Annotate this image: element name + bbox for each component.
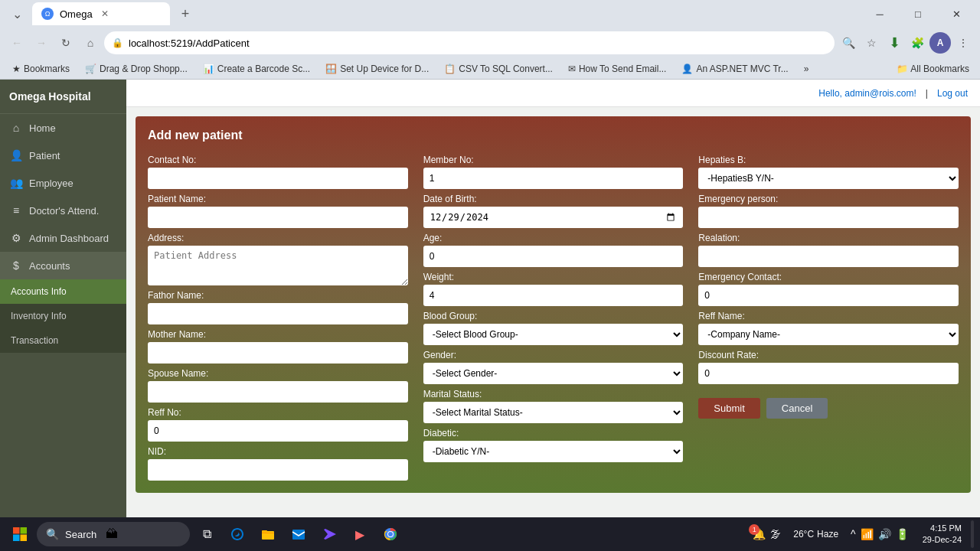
all-bookmarks[interactable]: 📁 All Bookmarks xyxy=(892,62,974,76)
gender-select[interactable]: -Select Gender- MaleFemaleOther xyxy=(423,363,684,384)
weather-desc: Haze xyxy=(817,529,838,540)
bookmark-device[interactable]: 🪟 Set Up Device for D... xyxy=(319,62,435,76)
sidebar-item-home[interactable]: ⌂ Home xyxy=(0,114,126,142)
father-name-input[interactable] xyxy=(148,303,408,324)
bookmark-label-7: An ASP.NET MVC Tr... xyxy=(696,64,788,74)
terminal-btn[interactable]: ▶ xyxy=(346,520,374,548)
minimize-btn[interactable]: ─ xyxy=(862,2,897,26)
dob-group: Date of Birth: xyxy=(423,194,684,228)
user-greeting-link[interactable]: Hello, admin@rois.com! xyxy=(818,88,916,99)
mother-name-input[interactable] xyxy=(148,342,408,364)
patient-icon: 👤 xyxy=(9,149,23,161)
discount-rate-input[interactable] xyxy=(698,363,959,384)
dob-input[interactable] xyxy=(423,207,684,228)
vs-btn[interactable] xyxy=(315,520,343,548)
bookmark-barcode[interactable]: 📊 Create a Barcode Sc... xyxy=(197,62,316,76)
tab-list-btn[interactable]: ⌄ xyxy=(6,3,28,24)
topbar-divider: | xyxy=(926,88,928,99)
diabetic-select[interactable]: -Diabetic Y/N- YesNo xyxy=(423,441,684,462)
bookmarks-manager[interactable]: ★ Bookmarks xyxy=(6,62,76,76)
logout-link[interactable]: Log out xyxy=(937,88,968,99)
sidebar-item-accounts-info[interactable]: Accounts Info xyxy=(0,279,126,304)
patient-name-label: Patient Name: xyxy=(148,194,408,204)
sidebar-item-accounts[interactable]: $ Accounts xyxy=(0,252,126,279)
form-col-1: Contact No: Patient Name: Address: xyxy=(148,155,408,481)
wifi-icon[interactable]: 📶 xyxy=(861,528,874,540)
file-explorer-btn[interactable] xyxy=(254,520,282,548)
discount-rate-group: Discount Rate: xyxy=(698,350,959,384)
close-btn[interactable]: ✕ xyxy=(939,2,974,26)
battery-icon[interactable]: 🔋 xyxy=(896,528,909,540)
forward-btn[interactable]: → xyxy=(31,32,52,54)
spouse-name-input[interactable] xyxy=(148,381,408,403)
reload-btn[interactable]: ↻ xyxy=(55,32,77,54)
mother-name-label: Mother Name: xyxy=(148,329,408,340)
emergency-contact-input[interactable] xyxy=(698,285,959,306)
member-no-input[interactable] xyxy=(423,168,684,189)
bookmark-btn[interactable]: ☆ xyxy=(861,32,882,54)
chrome-btn[interactable] xyxy=(377,520,404,548)
sidebar-item-doctor[interactable]: ≡ Doctor's Attend. xyxy=(0,197,126,224)
contact-no-group: Contact No: xyxy=(148,155,408,189)
menu-btn[interactable]: ⋮ xyxy=(952,32,974,54)
patient-name-input[interactable] xyxy=(148,207,408,228)
blood-group-select[interactable]: -Select Blood Group- A+A- B+B- AB+AB- O+… xyxy=(423,324,684,345)
new-tab-btn[interactable]: + xyxy=(175,3,196,24)
outlook-btn[interactable] xyxy=(285,520,312,548)
start-button[interactable] xyxy=(6,520,34,548)
emergency-person-input[interactable] xyxy=(698,207,959,228)
svg-point-9 xyxy=(388,532,393,536)
age-input[interactable] xyxy=(423,246,684,267)
edge-browser-btn[interactable] xyxy=(224,520,251,548)
hepaties-b-select[interactable]: -HepatiesB Y/N- YesNo xyxy=(698,168,959,189)
search-btn[interactable]: 🔍 xyxy=(838,32,859,54)
show-desktop-btn[interactable] xyxy=(971,520,974,548)
bookmark-drag-drop[interactable]: 🛒 Drag & Drop Shopp... xyxy=(79,62,194,76)
taskbar-search-bar[interactable]: 🔍 Search 🏔 xyxy=(37,522,190,546)
weight-label: Weight: xyxy=(423,272,684,282)
marital-status-select[interactable]: -Select Marital Status- SingleMarriedDiv… xyxy=(423,402,684,423)
sidebar-item-inventory-info[interactable]: Inventory Info xyxy=(0,304,126,328)
sidebar-item-patient[interactable]: 👤 Patient xyxy=(0,142,126,169)
cancel-button[interactable]: Cancel xyxy=(766,398,828,419)
contact-no-input[interactable] xyxy=(148,168,408,189)
bookmark-label-6: How To Send Email... xyxy=(579,64,667,74)
task-view-btn[interactable]: ⧉ xyxy=(193,520,220,548)
submit-button[interactable]: Submit xyxy=(698,398,760,419)
sidebar-item-transaction[interactable]: Transaction xyxy=(0,328,126,353)
notification-icon[interactable]: 1 🔔 xyxy=(753,528,766,540)
bookmark-more[interactable]: » xyxy=(798,62,815,76)
tab-close-btn[interactable]: ✕ xyxy=(99,8,111,20)
back-btn[interactable]: ← xyxy=(6,32,28,54)
bookmark-label-3: Create a Barcode Sc... xyxy=(217,64,310,74)
maximize-btn[interactable]: □ xyxy=(900,2,936,26)
bookmark-aspnet[interactable]: 👤 An ASP.NET MVC Tr... xyxy=(675,62,794,76)
reff-name-select[interactable]: -Company Name- xyxy=(698,324,959,345)
accounts-icon: $ xyxy=(9,259,23,272)
browser-tab[interactable]: Ω Omega ✕ xyxy=(32,2,170,25)
expand-tray-icon[interactable]: ^ xyxy=(851,528,856,540)
sidebar-app-name: Omega Hospital xyxy=(0,80,126,114)
sidebar-item-admin[interactable]: ⚙ Admin Dashboard xyxy=(0,224,126,252)
bookmark-label-2: Drag & Drop Shopp... xyxy=(100,64,188,74)
blood-group-label: Blood Group: xyxy=(423,311,684,321)
bookmark-email[interactable]: ✉ How To Send Email... xyxy=(562,62,673,76)
address-textarea[interactable] xyxy=(148,246,408,285)
profile-btn[interactable]: A xyxy=(929,32,951,54)
nid-input[interactable] xyxy=(148,459,408,481)
taskbar: 🔍 Search 🏔 ⧉ ▶ xyxy=(0,517,980,551)
home-btn[interactable]: ⌂ xyxy=(80,32,101,54)
spouse-name-group: Spouse Name: xyxy=(148,368,408,403)
address-input[interactable] xyxy=(104,31,835,54)
extensions-btn[interactable]: 🧩 xyxy=(906,32,928,54)
sidebar-item-employee[interactable]: 👥 Employee xyxy=(0,169,126,197)
weight-input[interactable] xyxy=(423,285,684,306)
taskbar-clock[interactable]: 4:15 PM 29-Dec-24 xyxy=(916,523,968,546)
download-btn[interactable]: ⬇ xyxy=(884,32,905,54)
realation-input[interactable] xyxy=(698,246,959,267)
reff-no-input[interactable] xyxy=(148,420,408,442)
svg-rect-1 xyxy=(21,527,28,534)
volume-icon[interactable]: 🔊 xyxy=(878,528,891,540)
bookmark-csv[interactable]: 📋 CSV To SQL Convert... xyxy=(438,62,559,76)
mother-name-group: Mother Name: xyxy=(148,329,408,364)
